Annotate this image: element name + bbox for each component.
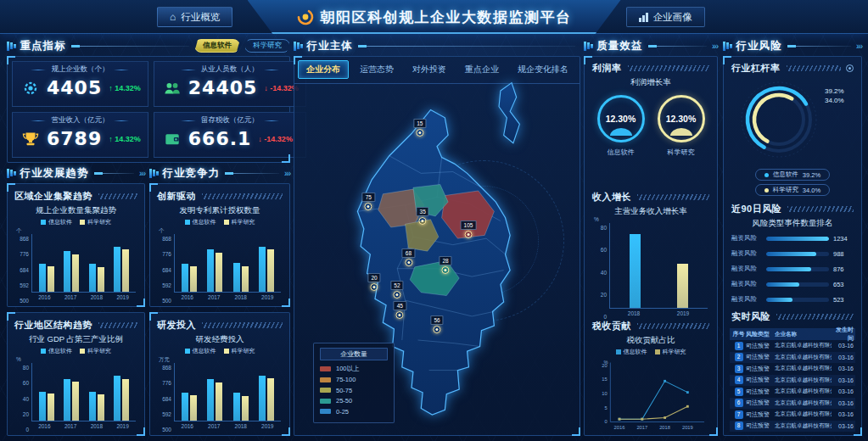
legend-label: 科学研究 <box>232 218 255 226</box>
tab-4[interactable]: 重点企业 <box>457 61 507 78</box>
more-arrows[interactable]: ››› <box>284 169 290 178</box>
more-arrows[interactable]: ››› <box>856 42 862 51</box>
bar-chart-income-growth: 主营业务收入增长率%80604020020182019 <box>591 204 711 318</box>
table-row[interactable]: 5司法预警北京启航卓越科技有限公司03-16 <box>730 386 855 398</box>
x-tick-label: 2018 <box>628 310 640 318</box>
table-row[interactable]: 2司法预警北京启航卓越科技有限公司03-16 <box>730 352 855 364</box>
chart-plot <box>609 223 708 309</box>
map-pin[interactable]: 28 <box>439 256 451 274</box>
gear-icon <box>21 79 40 98</box>
company-name-cell: 北京启航卓越科技有限公司 <box>775 422 832 430</box>
pin-value: 45 <box>394 301 406 310</box>
x-tick-label: 2018 <box>235 294 247 302</box>
risk-bar-row: 融资风险653 <box>731 280 854 288</box>
tab-3[interactable]: 对外投资 <box>405 61 454 78</box>
chart-body: %8060402002016201720182019 <box>13 357 139 431</box>
svg-text:5: 5 <box>605 405 608 410</box>
card-region-cluster: 区域企业集聚趋势 规上企业数量集聚趋势信息软件科学研究个868776684592… <box>7 183 145 307</box>
more-arrows[interactable]: ››› <box>139 169 145 178</box>
label-line <box>181 70 196 70</box>
y-tick-label: 60 <box>601 247 607 253</box>
bar <box>39 392 46 421</box>
risk-bar-row: 融资风险988 <box>731 249 854 258</box>
legend-label: 信息软件 <box>48 218 72 226</box>
gauge-mound <box>610 128 632 136</box>
axis-unit-label: 个 <box>16 227 22 235</box>
plot-wrap: 2016201720182019 <box>174 363 281 431</box>
tab-5[interactable]: 规企变化排名 <box>510 61 576 78</box>
map-pin[interactable]: 68 <box>402 248 415 266</box>
more-arrows[interactable]: ››› <box>712 42 718 51</box>
label-line <box>31 120 46 121</box>
divider-line <box>225 173 279 174</box>
location-marker-icon <box>416 129 423 137</box>
y-tick-label: 868 <box>20 236 29 242</box>
map-pin[interactable]: 75 <box>362 193 375 210</box>
plot-wrap: 2016201720182019 <box>174 234 281 302</box>
section-title: 重点指标 <box>20 39 66 53</box>
row-number-cell: 7 <box>731 410 746 419</box>
chart-legend: 信息软件科学研究 <box>155 347 284 355</box>
company-name-cell: 北京启航卓越科技有限公司 <box>775 342 832 349</box>
risk-type-label: 融资风险 <box>731 280 762 288</box>
nav-label: 企业画像 <box>653 11 692 24</box>
map-pin[interactable]: 56 <box>430 315 443 333</box>
location-marker-icon <box>405 259 412 266</box>
card-subtitle: 税收贡献 <box>592 320 631 332</box>
bar-chart-icon <box>639 13 648 22</box>
bar-group <box>233 234 249 292</box>
y-tick-label: 592 <box>20 282 29 288</box>
card-subtitle: 收入增长 <box>592 191 631 204</box>
map-legend: 企业数量 100以上75-10050-7525-500-25 <box>313 343 395 424</box>
row-number-cell: 4 <box>731 376 746 384</box>
bar <box>122 249 129 292</box>
legend-item: 信息软件 <box>616 348 647 356</box>
location-marker-icon <box>442 266 450 274</box>
nav-industry-overview[interactable]: ⌂ 行业概览 <box>157 7 232 27</box>
table-row[interactable]: 6司法预警北京启航卓越科技有限公司03-16 <box>730 398 855 410</box>
location-marker-icon <box>419 217 427 225</box>
gauge-value: 12.30% <box>666 114 697 124</box>
nav-enterprise-profile[interactable]: 企业画像 <box>626 7 705 27</box>
x-tick-label: 2019 <box>116 423 128 431</box>
risk-type-cell: 司法预警 <box>746 376 775 384</box>
axis-unit-label: % <box>594 216 599 222</box>
kpi-label: 规上企业数（个） <box>51 64 109 75</box>
row-number-cell: 8 <box>731 421 746 430</box>
tab-1[interactable]: 企业分布 <box>298 60 349 79</box>
filter-tag-inactive[interactable]: 科学研究 <box>244 39 290 53</box>
filter-tag-active[interactable]: 信息软件 <box>194 39 240 53</box>
legend-swatch <box>41 349 46 354</box>
legend-swatch <box>185 220 190 225</box>
table-row[interactable]: 7司法预警北京启航卓越科技有限公司03-16 <box>730 409 855 421</box>
row-number-cell: 1 <box>731 342 746 350</box>
legend-item: 科学研究 <box>80 218 111 226</box>
y-tick-label: 684 <box>162 267 171 273</box>
map-pin[interactable]: 20 <box>367 273 380 291</box>
hatch-decoration <box>637 194 709 200</box>
target-icon[interactable] <box>846 64 854 72</box>
legend-color-chip <box>320 388 331 393</box>
map-pin[interactable]: 45 <box>394 301 406 319</box>
y-axis: 868776684592500 <box>14 236 31 304</box>
tab-2[interactable]: 运营态势 <box>352 61 401 78</box>
table-row[interactable]: 3司法预警北京启航卓越科技有限公司03-16 <box>730 363 855 375</box>
y-axis: 806040200 <box>592 225 609 320</box>
table-row[interactable]: 4司法预警北京启航卓越科技有限公司03-16 <box>730 375 855 387</box>
gauge-label: 科学研究 <box>668 148 695 157</box>
legend-label: 科学研究 <box>232 347 255 355</box>
map-pin[interactable]: 105 <box>461 220 477 238</box>
y-tick-label: 500 <box>162 427 171 433</box>
table-row[interactable]: 8司法预警北京启航卓越科技有限公司03-16 <box>730 421 855 433</box>
chart-body: 个8687766845925002016201720182019 <box>155 228 284 302</box>
map-pin[interactable]: 15 <box>413 119 426 137</box>
table-header-cell: 发生时间 <box>832 326 854 343</box>
risk-bar-track <box>766 282 829 287</box>
legend-label: 信息软件 <box>773 170 798 179</box>
map-pin[interactable]: 35 <box>417 207 429 225</box>
risk-type-cell: 司法预警 <box>746 410 775 419</box>
recent-risk-subsection: 近90日风险 风险类型事件数量排名 融资风险1234融资风险988融资风险876… <box>730 201 855 304</box>
leverage-legend-pill: 信息软件39.2% <box>755 169 830 181</box>
x-tick-label: 2019 <box>261 423 273 431</box>
map-pin[interactable]: 52 <box>390 281 403 299</box>
